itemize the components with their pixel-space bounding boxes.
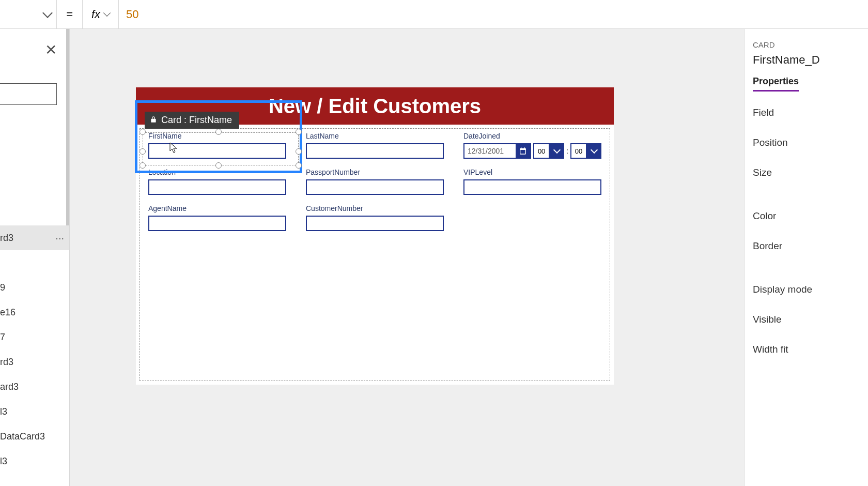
fx-button[interactable]: fx (83, 0, 119, 29)
app-screen: New / Edit Customers FirstName LastName … (136, 87, 614, 385)
card-location[interactable]: Location (148, 168, 286, 195)
tree-view-pane: ✕ rd3··· 9 e16 7 rd3 ard3 l3 DataCard3 l… (0, 29, 70, 486)
prop-field[interactable]: Field (753, 107, 860, 118)
prop-color[interactable]: Color (753, 210, 860, 222)
tree-item[interactable]: 7 (0, 325, 69, 350)
time-separator: : (566, 147, 568, 155)
control-type-label: CARD (753, 40, 860, 49)
text-input[interactable] (306, 143, 444, 159)
date-picker[interactable]: 12/31/2001 (463, 143, 531, 159)
tree-item-label: l3 (0, 406, 7, 417)
tree-item-label: rd3 (0, 357, 13, 368)
tree-item[interactable]: ard3 (0, 374, 69, 399)
card-datejoined[interactable]: DateJoined 12/31/2001 00 (463, 132, 601, 159)
edit-form[interactable]: FirstName LastName DateJoined 12/31/2001 (140, 128, 610, 381)
fx-label: fx (91, 8, 100, 21)
tree-item-label: l3 (0, 456, 7, 467)
tree-item-label: rd3 (0, 233, 13, 244)
tree-item[interactable]: e16 (0, 300, 69, 325)
chevron-down-icon (42, 8, 53, 18)
hour-dropdown[interactable]: 00 (533, 143, 564, 159)
screen-title: New / Edit Customers (136, 87, 614, 125)
card-label: Location (148, 168, 286, 176)
properties-pane: CARD FirstName_D Properties Field Positi… (744, 29, 868, 486)
tree-item[interactable] (0, 250, 69, 275)
card-passport[interactable]: PassportNumber (306, 168, 444, 195)
card-label: AgentName (148, 204, 286, 212)
card-vip[interactable]: VIPLevel (463, 168, 601, 195)
tree-item[interactable]: l3 (0, 399, 69, 424)
tree-item-label: DataCard3 (0, 431, 45, 442)
minute-value: 00 (570, 143, 587, 159)
text-input[interactable] (148, 216, 286, 231)
close-icon[interactable]: ✕ (45, 41, 57, 58)
card-customer-number[interactable]: CustomerNumber (306, 204, 444, 231)
tree-view: rd3··· 9 e16 7 rd3 ard3 l3 DataCard3 l3 (0, 225, 69, 474)
text-input[interactable] (306, 179, 444, 195)
card-label: VIPLevel (463, 168, 601, 176)
hour-value: 00 (533, 143, 550, 159)
prop-border[interactable]: Border (753, 240, 860, 252)
card-agent[interactable]: AgentName (148, 204, 286, 231)
equals-sign: = (57, 0, 83, 29)
prop-width-fit[interactable]: Width fit (753, 344, 860, 355)
card-firstname[interactable]: FirstName (148, 132, 286, 159)
chevron-down-icon (550, 143, 564, 159)
tree-item-label: 7 (0, 332, 5, 343)
tree-item[interactable]: DataCard3 (0, 424, 69, 449)
tree-item[interactable]: rd3··· (0, 225, 69, 250)
canvas[interactable]: New / Edit Customers FirstName LastName … (70, 29, 744, 486)
prop-display-mode[interactable]: Display mode (753, 284, 860, 295)
tab-properties[interactable]: Properties (753, 76, 799, 92)
tree-item-label: e16 (0, 307, 16, 318)
card-lastname[interactable]: LastName (306, 132, 444, 159)
text-input[interactable] (463, 179, 601, 195)
prop-visible[interactable]: Visible (753, 314, 860, 325)
minute-dropdown[interactable]: 00 (570, 143, 601, 159)
tree-item[interactable]: rd3 (0, 350, 69, 374)
prop-size[interactable]: Size (753, 167, 860, 178)
tree-item[interactable]: 9 (0, 275, 69, 300)
date-value: 12/31/2001 (464, 147, 516, 155)
chevron-down-icon (587, 143, 601, 159)
card-label: PassportNumber (306, 168, 444, 176)
tree-item[interactable]: l3 (0, 449, 69, 474)
tree-item-label: ard3 (0, 382, 19, 392)
formula-value[interactable]: 50 (119, 8, 868, 21)
formula-bar: = fx 50 (0, 0, 868, 29)
tree-item-label: 9 (0, 282, 5, 293)
property-dropdown[interactable] (0, 0, 57, 29)
scrollbar[interactable] (66, 29, 69, 246)
search-input[interactable] (0, 83, 57, 105)
calendar-icon[interactable] (516, 143, 530, 159)
text-input[interactable] (148, 179, 286, 195)
card-label: CustomerNumber (306, 204, 444, 212)
control-name[interactable]: FirstName_D (753, 53, 860, 67)
card-label: FirstName (148, 132, 286, 140)
prop-position[interactable]: Position (753, 137, 860, 148)
card-label: LastName (306, 132, 444, 140)
text-input[interactable] (148, 143, 286, 159)
more-icon[interactable]: ··· (55, 232, 64, 244)
text-input[interactable] (306, 216, 444, 231)
card-label: DateJoined (463, 132, 601, 140)
chevron-down-icon (103, 9, 111, 16)
